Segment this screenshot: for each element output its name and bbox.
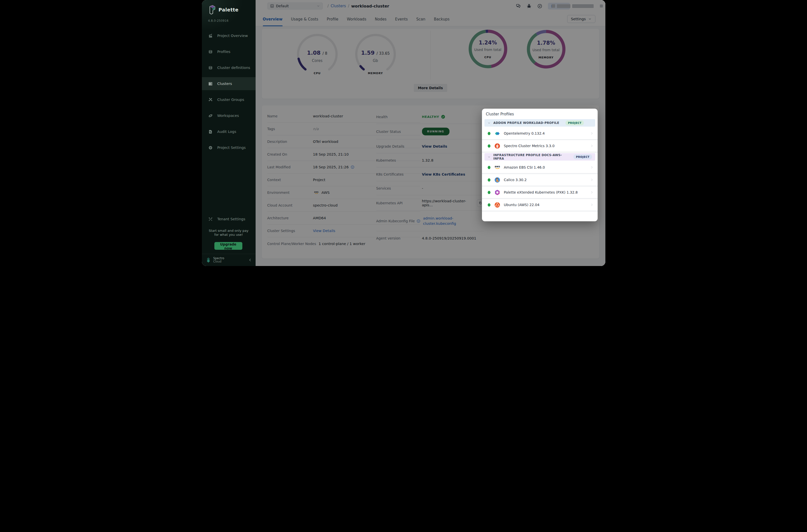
- audit-logs-icon: [208, 129, 213, 134]
- profile-section-title: ADDON PROFILE WORKLOAD-PROFILE: [493, 121, 559, 125]
- panel-title: Cluster Profiles: [482, 109, 598, 119]
- sidebar-item-audit-logs[interactable]: Audit Logs: [202, 125, 256, 138]
- app-version: 4.8.0-250916: [208, 19, 229, 22]
- sidebar-item-tenant-settings[interactable]: Tenant Settings: [202, 212, 256, 226]
- chevron-right-icon: [590, 191, 594, 194]
- chevron-down-icon: [487, 155, 491, 158]
- sidebar-item-clusters[interactable]: Clusters: [202, 77, 256, 90]
- upgrade-promo-text: Start small and only pay for what you us…: [202, 229, 256, 236]
- spectro-cloud-label: Spectro Cloud: [213, 257, 224, 263]
- calico-icon: [494, 177, 501, 183]
- status-dot: [488, 178, 490, 182]
- spectro-cloud-logo-icon: [205, 257, 211, 263]
- chevron-down-icon: [487, 121, 491, 125]
- profile-layer-palette-extended-kubernetes-pxk-1-32-8[interactable]: Palette eXtended Kubernetes (PXK) 1.32.8: [482, 187, 598, 199]
- sidebar-item-cluster-groups[interactable]: Cluster Groups: [202, 93, 256, 106]
- opentelemetry-icon: [494, 130, 501, 137]
- prometheus-icon: [494, 143, 501, 149]
- scope-badge: PROJECT: [574, 154, 592, 159]
- chevron-right-icon: [590, 144, 594, 148]
- layer-name: Spectro Cluster Metrics 3.3.0: [504, 144, 555, 148]
- svg-text:aws: aws: [494, 165, 500, 168]
- collapse-sidebar-icon[interactable]: [248, 258, 252, 262]
- profile-layer-calico-3-30-2[interactable]: Calico 3.30.2: [482, 174, 598, 187]
- clusters-icon: [208, 81, 213, 86]
- pxk-icon: [494, 189, 501, 195]
- brand: Palette: [209, 4, 239, 15]
- app-window: Palette 4.8.0-250916 Project OverviewPro…: [202, 0, 605, 266]
- cluster-groups-icon: [208, 97, 213, 102]
- aws-icon: aws: [494, 164, 501, 171]
- sidebar-footer: Spectro Cloud: [202, 254, 256, 266]
- profile-layer-opentelemetry-0-132-4[interactable]: Opentelemetry 0.132.4: [482, 128, 598, 140]
- gear-icon: [208, 145, 213, 150]
- sidebar-item-project-overview[interactable]: Project Overview: [202, 29, 256, 42]
- sidebar-nav: Project OverviewProfilesCluster definiti…: [202, 29, 256, 157]
- scope-badge: PROJECT: [565, 120, 584, 126]
- sidebar-item-workspaces[interactable]: Workspaces: [202, 109, 256, 122]
- status-dot: [488, 203, 490, 207]
- sidebar-item-profiles[interactable]: Profiles: [202, 45, 256, 58]
- chevron-right-icon: [590, 166, 594, 169]
- status-dot: [488, 191, 490, 194]
- profile-layer-amazon-ebs-csi-1-46-0[interactable]: aws Amazon EBS CSI 1.46.0: [482, 162, 598, 174]
- status-dot: [488, 132, 490, 135]
- status-dot: [488, 144, 490, 148]
- layer-name: Amazon EBS CSI 1.46.0: [504, 165, 545, 169]
- ubuntu-icon: [494, 202, 501, 208]
- status-dot: [488, 166, 490, 169]
- cluster-profiles-panel: Cluster Profiles ADDON PROFILE WORKLOAD-…: [482, 109, 598, 221]
- palette-logo-icon: [209, 4, 216, 15]
- brand-name: Palette: [219, 7, 239, 13]
- main-content: Default / Clusters / workload-cluster Do…: [256, 0, 605, 266]
- profile-layer-spectro-cluster-metrics-3-3-0[interactable]: Spectro Cluster Metrics 3.3.0: [482, 140, 598, 153]
- sidebar-item-cluster-definitions[interactable]: Cluster definitions: [202, 61, 256, 74]
- stack-icon: [208, 50, 213, 54]
- stack-icon: [208, 65, 213, 70]
- sidebar-item-project-settings[interactable]: Project Settings: [202, 141, 256, 154]
- sidebar: Palette 4.8.0-250916 Project OverviewPro…: [202, 0, 256, 266]
- workspaces-icon: [208, 113, 213, 118]
- tools-icon: [208, 217, 213, 222]
- chevron-right-icon: [590, 203, 594, 207]
- profile-layer-ubuntu-aws-22-04[interactable]: Ubuntu (AWS) 22.04: [482, 199, 598, 212]
- layer-name: Ubuntu (AWS) 22.04: [504, 203, 540, 207]
- profile-section-title: INFRASTRUCTURE PROFILE DOCS-AWS-INFRA: [493, 153, 567, 160]
- upgrade-now-button[interactable]: Upgrade now: [214, 242, 242, 250]
- layer-name: Palette eXtended Kubernetes (PXK) 1.32.8: [504, 190, 578, 194]
- chevron-right-icon: [590, 132, 594, 135]
- layer-name: Calico 3.30.2: [504, 178, 527, 182]
- profile-section-header-addon-profile-workload-profile[interactable]: ADDON PROFILE WORKLOAD-PROFILE PROJECT: [485, 119, 595, 127]
- profile-section-header-infrastructure-profile-docs-aws-infra[interactable]: INFRASTRUCTURE PROFILE DOCS-AWS-INFRA PR…: [485, 153, 595, 160]
- layer-name: Opentelemetry 0.132.4: [504, 131, 545, 135]
- chevron-right-icon: [590, 178, 594, 182]
- project-overview-icon: [208, 34, 213, 38]
